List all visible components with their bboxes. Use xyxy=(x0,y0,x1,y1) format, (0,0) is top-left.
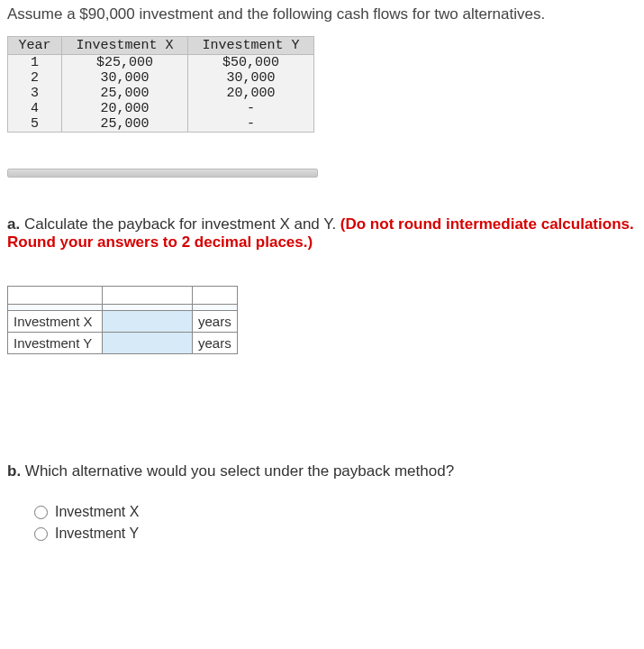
cell-y: 20,000 xyxy=(188,86,314,101)
table-row: 4 20,000 - xyxy=(8,101,314,116)
answer-unit-x: years xyxy=(193,311,238,333)
radio-option-x[interactable]: Investment X xyxy=(34,504,637,520)
scrollbar-horizontal[interactable] xyxy=(7,169,318,178)
cell-x: 25,000 xyxy=(62,116,188,133)
radio-group: Investment X Investment Y xyxy=(34,504,637,542)
cell-year: 3 xyxy=(8,86,62,101)
answer-input-y[interactable] xyxy=(103,333,192,353)
cell-y: - xyxy=(188,116,314,133)
table-row: 2 30,000 30,000 xyxy=(8,70,314,86)
cashflow-table: Year Investment X Investment Y 1 $25,000… xyxy=(7,36,314,133)
cell-y: - xyxy=(188,101,314,116)
part-b-text: Which alternative would you select under… xyxy=(21,462,454,480)
radio-label-y: Investment Y xyxy=(55,526,139,542)
part-a-prompt: a. Calculate the payback for investment … xyxy=(7,215,637,251)
radio-label-x: Investment X xyxy=(55,504,139,520)
answer-table: Investment X years Investment Y years xyxy=(7,286,238,354)
answer-row-x: Investment X years xyxy=(8,311,238,333)
cell-x: $25,000 xyxy=(62,55,188,71)
part-a-label: a. xyxy=(7,215,20,233)
intro-text: Assume a $90,000 investment and the foll… xyxy=(7,5,637,23)
answer-label-y: Investment Y xyxy=(8,333,103,354)
radio-option-y[interactable]: Investment Y xyxy=(34,526,637,542)
answer-unit-y: years xyxy=(193,333,238,354)
table-row: 1 $25,000 $50,000 xyxy=(8,55,314,71)
part-b-prompt: b. Which alternative would you select un… xyxy=(7,462,637,480)
table-row: 3 25,000 20,000 xyxy=(8,86,314,101)
cell-year: 2 xyxy=(8,70,62,86)
table-row: 5 25,000 - xyxy=(8,116,314,133)
answer-label-x: Investment X xyxy=(8,311,103,333)
cell-x: 25,000 xyxy=(62,86,188,101)
radio-input-x[interactable] xyxy=(34,506,48,519)
answer-row-y: Investment Y years xyxy=(8,333,238,354)
answer-input-x[interactable] xyxy=(103,311,192,332)
part-b-label: b. xyxy=(7,462,21,480)
cell-x: 30,000 xyxy=(62,70,188,86)
cell-year: 4 xyxy=(8,101,62,116)
header-year: Year xyxy=(8,37,62,55)
radio-input-y[interactable] xyxy=(34,527,48,541)
cell-year: 1 xyxy=(8,55,62,71)
part-a-text: Calculate the payback for investment X a… xyxy=(20,215,340,233)
cell-x: 20,000 xyxy=(62,101,188,116)
answer-header-row xyxy=(8,287,238,305)
cell-y: $50,000 xyxy=(188,55,314,71)
header-investment-x: Investment X xyxy=(62,37,188,55)
cell-year: 5 xyxy=(8,116,62,133)
answer-spacer-row xyxy=(8,305,238,311)
header-investment-y: Investment Y xyxy=(188,37,314,55)
cell-y: 30,000 xyxy=(188,70,314,86)
